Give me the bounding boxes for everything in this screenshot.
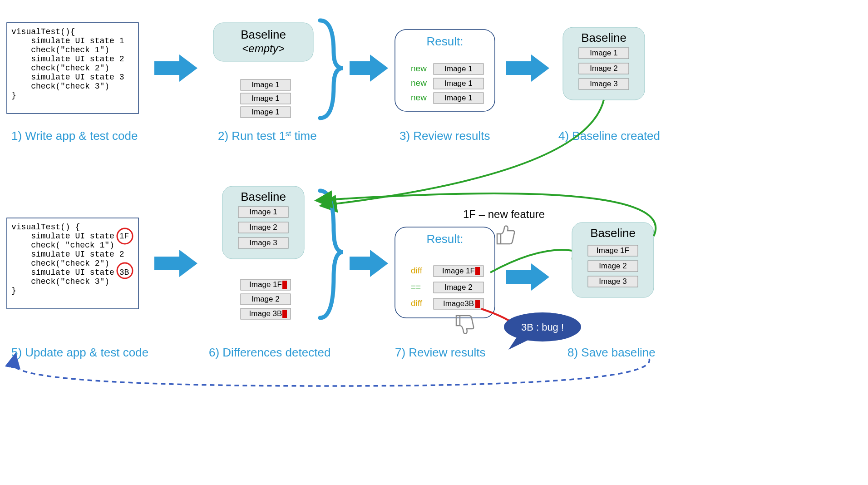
arrow-iterate-loop <box>14 359 650 386</box>
arrow-baseline-loop <box>331 100 604 204</box>
caption-3: 3) Review results <box>399 129 490 143</box>
svg-text:Image 1: Image 1 <box>252 80 279 89</box>
svg-rect-6 <box>350 61 370 75</box>
result-tag: diff <box>411 298 423 308</box>
arrow-step7-8 <box>506 263 549 291</box>
svg-text:Image 3: Image 3 <box>249 238 277 247</box>
baseline4-title: Baseline <box>590 226 636 240</box>
baseline-empty: Baseline <empty> <box>213 23 313 61</box>
svg-text:Image 1F: Image 1F <box>249 280 282 289</box>
caption-7: 7) Review results <box>395 346 485 359</box>
arrow-step3-4 <box>506 54 549 82</box>
svg-text:Image 3: Image 3 <box>590 79 617 88</box>
arrow-step6-7 <box>350 250 388 277</box>
result1-title: Result: <box>427 35 464 48</box>
svg-text:Image 1: Image 1 <box>444 64 472 73</box>
svg-text:Image 2: Image 2 <box>590 64 617 73</box>
svg-text:Image 2: Image 2 <box>599 262 626 270</box>
brace-2 <box>320 191 343 318</box>
svg-text:Image 1: Image 1 <box>249 208 277 216</box>
baseline1-title: Baseline <box>241 28 286 41</box>
result-tag: new <box>411 64 427 73</box>
diff-mark <box>475 300 480 308</box>
result-tag: == <box>411 282 421 292</box>
caption-1: 1) Write app & test code <box>11 129 138 143</box>
svg-rect-30 <box>506 270 531 284</box>
svg-text:Image 1: Image 1 <box>444 94 472 102</box>
arrow-step5-6 <box>154 250 197 277</box>
svg-text:Image 2: Image 2 <box>444 283 472 292</box>
svg-rect-25 <box>350 257 370 270</box>
images-stack-1: Image 1Image 1Image 1 <box>241 79 291 118</box>
baseline2-title: Baseline <box>581 31 626 45</box>
svg-text:Image3B: Image3B <box>443 299 474 308</box>
svg-text:Image 1F: Image 1F <box>442 267 475 275</box>
svg-text:3B : bug !: 3B : bug ! <box>521 322 564 333</box>
svg-rect-1 <box>154 61 179 75</box>
arrow-step2-3 <box>350 54 388 82</box>
result-tag: new <box>411 78 427 88</box>
caption-8: 8) Save baseline <box>567 346 656 359</box>
result-tag: new <box>411 93 427 102</box>
diff-mark <box>282 310 287 318</box>
svg-text:Image 2: Image 2 <box>249 223 277 232</box>
svg-text:Image 1: Image 1 <box>252 108 279 116</box>
arrow-step1-2 <box>154 54 197 82</box>
caption-6: 6) Differences detected <box>209 346 330 359</box>
diff-mark <box>475 267 480 275</box>
feature-note: 1F – new feature <box>463 208 545 220</box>
svg-rect-11 <box>506 61 531 75</box>
svg-text:Image 1: Image 1 <box>252 94 279 103</box>
images-stack-2: Image 1FImage 2Image 3B <box>241 279 291 319</box>
thumbs-down-icon <box>456 316 473 334</box>
code1-text: visualTest(){ simulate UI state 1 check(… <box>11 27 136 100</box>
svg-rect-17 <box>154 257 179 270</box>
svg-text:Image 1F: Image 1F <box>597 246 629 255</box>
caption-5: 5) Update app & test code <box>11 346 148 359</box>
diff-mark <box>282 281 287 289</box>
svg-text:Image 3: Image 3 <box>599 277 626 286</box>
svg-text:Image 1: Image 1 <box>590 49 617 57</box>
result-tag: diff <box>411 266 423 275</box>
result2-title: Result: <box>427 232 464 246</box>
thumbs-up-icon <box>497 226 514 244</box>
svg-text:Image 3B: Image 3B <box>249 309 282 318</box>
brace-1 <box>320 20 343 118</box>
baseline1-sub: <empty> <box>242 42 284 54</box>
svg-text:Image 1: Image 1 <box>444 79 472 88</box>
caption-2: 2) Run test 1st time <box>218 129 317 143</box>
svg-text:Image 2: Image 2 <box>252 295 279 303</box>
baseline3-title: Baseline <box>241 190 286 203</box>
caption-4: 4) Baseline created <box>558 129 660 143</box>
bug-bubble: 3B : bug ! <box>504 312 581 350</box>
